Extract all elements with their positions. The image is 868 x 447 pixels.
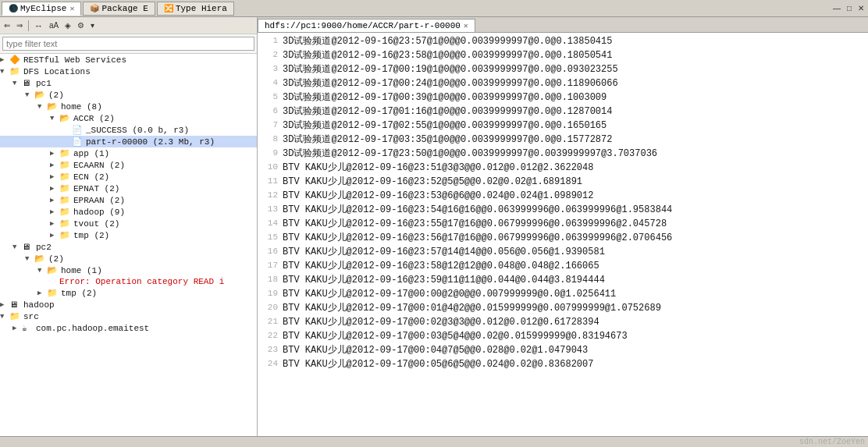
line-text: 3D试验频道@2012-09-17@00:19@1@0@@0.003999999… (283, 62, 618, 76)
tree-folder-icon: 🔶 (9, 55, 22, 65)
line: 15BTV KAKU少儿@2012-09-16@23:56@17@16@@0.0… (259, 231, 866, 245)
text-size-button[interactable]: aA (47, 20, 61, 30)
tree-arrow[interactable]: ▶ (50, 172, 59, 181)
line-number: 5 (259, 90, 278, 105)
line-text: BTV KAKU少儿@2012-09-16@23:59@11@11@@0.044… (283, 273, 605, 287)
tree-item[interactable]: ▶☕com.pc.hadoop.emaitest (0, 322, 257, 334)
file-tab-close[interactable]: ✕ (464, 21, 468, 30)
expand-all-button[interactable]: ⇒ (14, 20, 25, 30)
tree-item[interactable]: ▼📂home (1) (0, 264, 257, 276)
tree-item[interactable]: ▼🖥pc2 (0, 241, 257, 253)
tree-arrow[interactable]: ▼ (12, 80, 22, 87)
line-text: 3D试验频道@2012-09-17@02:55@1@0@@0.003999999… (283, 119, 607, 133)
tree-item[interactable]: ▼📂home (8) (0, 101, 257, 112)
line: 21BTV KAKU少儿@2012-09-17@00:02@3@3@@0.012… (259, 315, 866, 329)
tree-arrow[interactable]: ▶ (50, 196, 59, 204)
tree-arrow[interactable]: ▶ (0, 55, 9, 64)
content-area: ⇐ ⇒ ↔ aA ◈ ⚙ ▾ ▶🔶RESTful Web Services▼📁D… (0, 17, 868, 436)
tab-myeclipse[interactable]: 🌑 MyEclipse ✕ (2, 2, 81, 16)
tree-arrow[interactable]: ▼ (37, 103, 47, 111)
view-menu-button[interactable]: ▾ (88, 20, 97, 30)
line-number: 14 (259, 217, 278, 231)
tree-item[interactable]: Error: Operation category READ i (0, 276, 257, 287)
tree-arrow[interactable]: ▶ (37, 289, 47, 297)
tree-item[interactable]: ▶🔶RESTful Web Services (0, 54, 257, 66)
line-text: 3D试验频道@2012-09-16@23:57@1@0@@0.003999999… (283, 34, 612, 48)
collapse-all-button[interactable]: ⇐ (2, 20, 12, 30)
tree-item[interactable]: ▶📁app (1) (0, 147, 257, 159)
tree-item-label: pc1 (36, 79, 52, 88)
tree-arrow[interactable]: ▶ (50, 184, 59, 193)
tree-item[interactable]: ▶📁hadoop (9) (0, 206, 257, 218)
tree-item[interactable]: ▼📂ACCR (2) (0, 112, 257, 124)
line-text: BTV KAKU少儿@2012-09-17@00:04@7@5@@0.028@0… (283, 343, 588, 357)
tab-package-label: Package E (101, 4, 148, 13)
tree-folder-icon: 🖥 (22, 242, 34, 252)
tree-arrow[interactable]: ▼ (37, 267, 47, 275)
line-text: BTV KAKU少儿@2012-09-16@23:55@17@16@@0.067… (283, 217, 667, 231)
tree-item-label: hadoop (23, 300, 55, 310)
tree-item[interactable]: ▼🖥pc1 (0, 77, 257, 89)
tree-item[interactable]: ▶📁EPRAAN (2) (0, 194, 257, 206)
line-number: 2 (259, 48, 278, 62)
line: 12BTV KAKU少儿@2012-09-16@23:53@6@6@@0.024… (259, 189, 866, 203)
tree-item[interactable]: ▶📁ECN (2) (0, 171, 257, 183)
tree-item[interactable]: ▼📁src (0, 310, 257, 322)
file-tab-part[interactable]: hdfs://pc1:9000/home/ACCR/part-r-00000 ✕ (258, 19, 475, 32)
tree-item[interactable]: 📄_SUCCESS (0.0 b, r3) (0, 124, 257, 136)
close-button[interactable]: ✕ (856, 3, 866, 13)
tree-item[interactable]: 📄part-r-00000 (2.3 Mb, r3) (0, 136, 257, 147)
tab-package[interactable]: 📦 Package E (83, 2, 155, 16)
tree-folder-icon: 🖥 (22, 78, 34, 88)
package-icon: 📦 (90, 4, 99, 13)
tab-hierarchy[interactable]: 🔀 Type Hiera (157, 2, 234, 16)
settings-button[interactable]: ⚙ (75, 20, 87, 30)
tree-arrow[interactable]: ▼ (25, 255, 34, 263)
tree-item-label: Error: Operation category READ i (59, 277, 224, 286)
search-input[interactable] (2, 37, 254, 51)
tree-arrow[interactable]: ▶ (50, 208, 59, 216)
tree-arrow[interactable]: ▶ (50, 149, 59, 158)
tree-folder-icon: 📁 (59, 148, 72, 158)
tree-item[interactable]: ▶📁tmp (2) (0, 287, 257, 299)
tree-item-label: ECAARN (2) (73, 161, 125, 170)
line: 17BTV KAKU少儿@2012-09-16@23:58@12@12@@0.0… (259, 259, 866, 273)
tree-arrow[interactable]: ▶ (50, 231, 59, 239)
tree-folder-icon: 📁 (59, 230, 72, 240)
tree-folder-icon: 📂 (34, 90, 47, 100)
tree-item[interactable]: ▶📁tmp (2) (0, 229, 257, 241)
tree-item[interactable]: ▶📁EPNAT (2) (0, 183, 257, 194)
tree-item[interactable]: ▶📁ECAARN (2) (0, 159, 257, 171)
tree-item[interactable]: ▶🖥hadoop (0, 299, 257, 310)
tree-arrow[interactable]: ▶ (50, 219, 59, 228)
minimize-button[interactable]: — (831, 3, 843, 13)
filter-button[interactable]: ◈ (62, 20, 73, 30)
line-number: 20 (259, 301, 278, 315)
file-content[interactable]: 13D试验频道@2012-09-16@23:57@1@0@@0.00399999… (258, 33, 868, 436)
line: 93D试验频道@2012-09-17@23:50@1@0@@0.00399999… (259, 147, 866, 161)
tree-arrow[interactable]: ▼ (0, 313, 9, 321)
tree-arrow[interactable]: ▶ (12, 324, 22, 332)
line-number: 3 (259, 62, 278, 76)
link-editor-button[interactable]: ↔ (32, 20, 45, 31)
tree-arrow[interactable]: ▼ (0, 68, 9, 76)
tree-item[interactable]: ▼📂(2) (0, 253, 257, 264)
line-text: BTV KAKU少儿@2012-09-16@23:57@14@14@@0.056… (283, 245, 605, 259)
tree-container[interactable]: ▶🔶RESTful Web Services▼📁DFS Locations▼🖥p… (0, 54, 257, 436)
tree-arrow[interactable]: ▼ (50, 115, 59, 122)
tree-arrow[interactable]: ▼ (25, 91, 34, 99)
tree-arrow[interactable]: ▶ (50, 161, 59, 169)
tab-myeclipse-close[interactable]: ✕ (69, 4, 74, 13)
tree-arrow[interactable]: ▶ (0, 300, 9, 309)
tree-item[interactable]: ▼📁DFS Locations (0, 66, 257, 77)
line: 13BTV KAKU少儿@2012-09-16@23:54@16@16@@0.0… (259, 203, 866, 217)
maximize-button[interactable]: □ (845, 3, 854, 13)
tree-item-label: part-r-00000 (2.3 Mb, r3) (86, 137, 215, 147)
tree-arrow[interactable]: ▼ (12, 243, 22, 251)
tree-item-label: app (1) (73, 149, 109, 158)
tree-item-label: src (23, 312, 39, 321)
tree-item-label: com.pc.hadoop.emaitest (36, 324, 149, 333)
tree-item[interactable]: ▶📁tvout (2) (0, 218, 257, 229)
line: 13D试验频道@2012-09-16@23:57@1@0@@0.00399999… (259, 34, 866, 48)
tree-item[interactable]: ▼📂(2) (0, 89, 257, 101)
